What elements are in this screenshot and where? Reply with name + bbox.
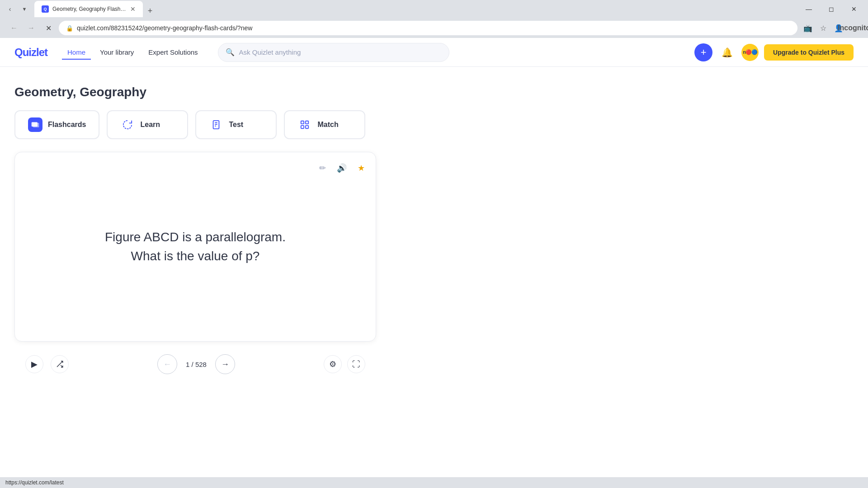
flashcard-actions: ✏ 🔊 ★ [317, 161, 367, 175]
edit-btn[interactable]: ✏ [317, 161, 328, 175]
nav-links: Home Your library Expert Solutions [62, 45, 203, 60]
card-counter: 1 / 528 [183, 361, 210, 368]
lock-icon: 🔒 [66, 25, 73, 32]
loading-icon: ✕ [46, 24, 52, 33]
bookmark-icon[interactable]: ☆ [816, 21, 830, 35]
page-title: Geometry, Geography [14, 85, 438, 99]
incognito-label: Incognito [847, 21, 861, 35]
play-btn[interactable]: ▶ [25, 355, 43, 373]
shuffle-btn[interactable] [51, 355, 69, 373]
address-actions: 📺 ☆ 👤 Incognito [801, 21, 861, 35]
control-left: ▶ [25, 355, 69, 373]
search-placeholder: Ask Quizlet anything [239, 48, 301, 56]
close-btn[interactable]: ✕ [844, 2, 864, 16]
quizlet-logo[interactable]: Quizlet [14, 46, 47, 59]
status-url: https://quizlet.com/latest [5, 479, 64, 486]
svg-rect-1 [33, 123, 39, 127]
address-bar[interactable]: 🔒 quizlet.com/882315242/geometry-geograp… [59, 21, 797, 35]
learn-label: Learn [140, 121, 160, 129]
svg-rect-8 [301, 126, 304, 128]
browser-tabs: Q Geometry, Geography Flashcar... ✕ + [34, 1, 798, 17]
svg-rect-6 [301, 121, 304, 124]
flashcard-content: Figure ABCD is a parallelogram. What is … [78, 210, 313, 284]
status-bar: https://quizlet.com/latest [0, 477, 868, 488]
match-label: Match [317, 121, 338, 129]
flashcards-icon [28, 117, 42, 132]
active-tab[interactable]: Q Geometry, Geography Flashcar... ✕ [34, 1, 143, 17]
flashcard-controls: ▶ ← 1 / 528 → ⚙ ⛶ [14, 349, 376, 380]
cast-icon[interactable]: 📺 [801, 21, 815, 35]
browser-titlebar: ‹ ▼ Q Geometry, Geography Flashcar... ✕ … [0, 0, 868, 18]
tab-menu-btn[interactable]: ▼ [18, 3, 31, 15]
test-mode-btn[interactable]: Test [195, 110, 277, 139]
svg-rect-7 [306, 121, 308, 124]
notifications-btn[interactable]: 🔔 [718, 43, 736, 61]
prev-card-btn[interactable]: ← [157, 354, 177, 374]
url-text: quizlet.com/882315242/geometry-geography… [77, 24, 790, 32]
browser-addressbar: ← → ✕ 🔒 quizlet.com/882315242/geometry-g… [0, 18, 868, 38]
tab-title: Geometry, Geography Flashcar... [52, 6, 127, 12]
app-container: Quizlet Home Your library Expert Solutio… [0, 38, 868, 488]
nav-actions: + 🔔 n🔴🔵 Upgrade to Quizlet Plus [694, 43, 854, 61]
learn-icon [120, 117, 135, 132]
flashcard-text-line2: What is the value of p? [105, 247, 286, 266]
test-icon [209, 117, 223, 132]
learn-mode-btn[interactable]: Learn [107, 110, 188, 139]
mode-buttons: Flashcards Learn [14, 110, 438, 139]
browser-chrome: ‹ ▼ Q Geometry, Geography Flashcar... ✕ … [0, 0, 868, 38]
forward-btn[interactable]: → [24, 21, 38, 35]
next-card-btn[interactable]: → [215, 354, 235, 374]
window-controls: — ◻ ✕ [798, 2, 864, 16]
test-label: Test [229, 121, 243, 129]
minimize-btn[interactable]: — [798, 2, 819, 16]
tab-favicon: Q [42, 5, 49, 13]
match-icon [297, 117, 312, 132]
audio-btn[interactable]: 🔊 [335, 161, 349, 175]
main-content: Geometry, Geography Flashcards [0, 67, 452, 394]
control-center: ← 1 / 528 → [157, 354, 235, 374]
flashcard[interactable]: ✏ 🔊 ★ Figure ABCD is a parallelogram. Wh… [14, 152, 376, 342]
new-tab-btn[interactable]: + [144, 5, 156, 17]
back-btn[interactable]: ← [7, 21, 21, 35]
tab-close-btn[interactable]: ✕ [130, 6, 136, 12]
add-btn[interactable]: + [694, 43, 712, 61]
star-btn[interactable]: ★ [356, 161, 367, 175]
upgrade-btn[interactable]: Upgrade to Quizlet Plus [764, 44, 854, 61]
fullscreen-btn[interactable]: ⛶ [347, 355, 365, 373]
flashcards-mode-btn[interactable]: Flashcards [14, 110, 99, 139]
tab-back-btn[interactable]: ‹ [4, 3, 16, 15]
settings-btn[interactable]: ⚙ [324, 355, 342, 373]
nav-home[interactable]: Home [62, 45, 91, 60]
maximize-btn[interactable]: ◻ [821, 2, 842, 16]
flashcard-text-line1: Figure ABCD is a parallelogram. [105, 228, 286, 247]
control-right: ⚙ ⛶ [324, 355, 365, 373]
reload-btn[interactable]: ✕ [42, 21, 55, 35]
match-mode-btn[interactable]: Match [284, 110, 365, 139]
search-icon: 🔍 [226, 48, 235, 56]
nav-expert[interactable]: Expert Solutions [143, 45, 203, 60]
app-nav: Quizlet Home Your library Expert Solutio… [0, 38, 868, 67]
flashcards-label: Flashcards [48, 121, 86, 129]
svg-rect-9 [306, 126, 308, 128]
user-avatar[interactable]: n🔴🔵 [741, 44, 759, 61]
nav-library[interactable]: Your library [94, 45, 139, 60]
nav-search-bar[interactable]: 🔍 Ask Quizlet anything [218, 43, 449, 62]
